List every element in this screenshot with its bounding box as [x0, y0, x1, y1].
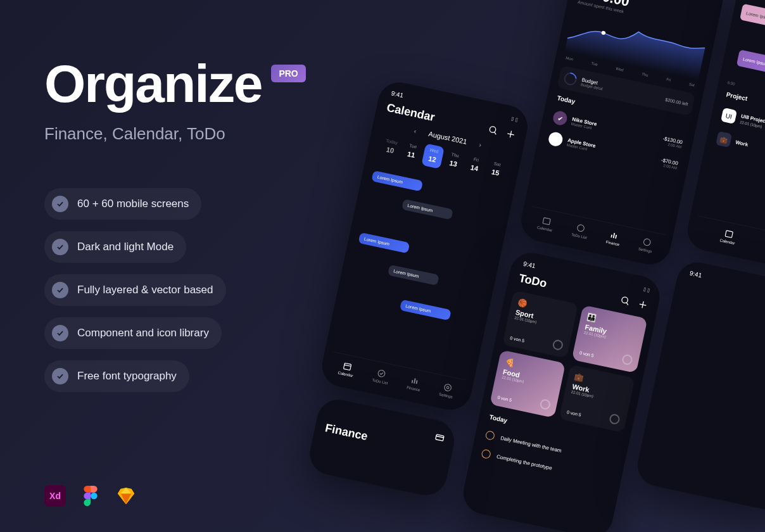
- status-time: 9:41: [522, 260, 536, 270]
- day-cell[interactable]: Sat15: [484, 157, 508, 182]
- day-cell[interactable]: Fri14: [464, 152, 487, 177]
- radio-icon: [481, 449, 491, 460]
- radio-icon: [485, 430, 496, 441]
- svg-point-11: [446, 386, 449, 389]
- project-icon: 💼: [716, 131, 732, 148]
- svg-line-2: [494, 132, 496, 134]
- tab-todo[interactable]: ToDo List: [571, 222, 590, 240]
- svg-rect-17: [543, 218, 550, 225]
- status-time: 9:41: [391, 89, 404, 99]
- gantt-block[interactable]: Lorem Ipsum: [740, 4, 765, 37]
- chart-toggle-icon[interactable]: [698, 0, 717, 5]
- progress-ring-icon: [539, 398, 551, 410]
- calendar-icon: [541, 215, 552, 226]
- feature-item: Dark and light Mode: [44, 231, 186, 263]
- tab-settings[interactable]: Settings: [439, 382, 455, 399]
- check-icon: [52, 325, 68, 341]
- feature-item: Fully layered & vector based: [44, 274, 226, 306]
- check-icon: [52, 239, 68, 255]
- tab-finance[interactable]: Finance: [605, 229, 622, 246]
- feature-label: Free font typography: [77, 370, 177, 383]
- svg-point-18: [577, 224, 585, 232]
- feature-item: Free font typography: [44, 360, 189, 392]
- event-block[interactable]: Lorem Ipsum: [358, 232, 410, 253]
- check-circle-icon: [376, 368, 387, 379]
- svg-rect-8: [412, 380, 414, 383]
- store-icon: [547, 131, 564, 148]
- event-block[interactable]: Lorem Ipsum: [401, 199, 453, 220]
- tab-calendar[interactable]: Calendar: [719, 228, 738, 246]
- svg-rect-19: [611, 234, 613, 238]
- svg-rect-23: [725, 231, 733, 238]
- search-icon[interactable]: [488, 124, 500, 136]
- page-title: Organize: [44, 57, 262, 110]
- svg-line-30: [436, 436, 444, 438]
- event-block[interactable]: Lorem Ipsum: [388, 265, 439, 286]
- gear-icon: [642, 237, 652, 248]
- svg-line-26: [626, 302, 629, 305]
- feature-list: 60 + 60 mobile screens Dark and light Mo…: [44, 188, 323, 392]
- sketch-icon: [115, 485, 137, 507]
- feature-label: Fully layered & vector based: [77, 284, 213, 296]
- todo-card[interactable]: 🍕Food22.01 (10pm)0 von 5: [490, 350, 566, 418]
- svg-point-0: [91, 493, 98, 500]
- tools-row: Xd: [44, 485, 137, 507]
- adobe-xd-icon: Xd: [44, 485, 66, 507]
- chevron-right-icon[interactable]: ›: [479, 141, 483, 148]
- feature-label: 60 + 60 mobile screens: [77, 198, 189, 210]
- check-icon: [52, 282, 68, 298]
- day-cell[interactable]: Thu13: [443, 148, 466, 173]
- plus-icon[interactable]: [637, 298, 649, 310]
- progress-ring-icon: [609, 413, 621, 425]
- check-icon: [52, 368, 68, 384]
- event-block[interactable]: Lorem Ipsum: [371, 170, 423, 191]
- status-time: 9:41: [689, 270, 702, 279]
- figma-icon: [80, 485, 101, 507]
- progress-ring-icon: [552, 339, 564, 351]
- card-icon[interactable]: [434, 432, 446, 444]
- store-icon: ✔: [552, 110, 568, 126]
- svg-point-1: [490, 125, 496, 132]
- chevron-left-icon[interactable]: ‹: [414, 127, 417, 134]
- svg-rect-9: [414, 378, 415, 383]
- project-icon: UI: [721, 108, 737, 124]
- gantt-block[interactable]: Lorem Ipsum: [737, 49, 765, 77]
- plus-icon[interactable]: [505, 128, 517, 140]
- svg-rect-20: [613, 233, 615, 238]
- svg-point-12: [444, 384, 452, 391]
- status-icons: 􀙇􀛨: [643, 286, 650, 294]
- day-cell-active[interactable]: Wed12: [421, 143, 445, 168]
- tab-settings[interactable]: Settings: [638, 236, 654, 253]
- check-icon: [52, 196, 68, 212]
- check-circle-icon: [576, 223, 586, 234]
- progress-ring-icon: [562, 70, 579, 87]
- bars-icon: [609, 230, 620, 241]
- svg-line-6: [344, 365, 350, 366]
- svg-point-7: [377, 370, 385, 377]
- calendar-icon: [342, 361, 353, 372]
- day-cell[interactable]: Tue11: [400, 139, 424, 164]
- tab-todo[interactable]: ToDo List: [372, 367, 390, 385]
- event-block[interactable]: Lorem Ipsum: [400, 300, 452, 320]
- feature-item: 60 + 60 mobile screens: [44, 188, 201, 220]
- gear-icon: [443, 383, 453, 393]
- svg-rect-10: [416, 380, 418, 384]
- svg-point-22: [643, 238, 650, 246]
- calendar-icon: [724, 229, 735, 239]
- tab-finance[interactable]: Finance: [407, 375, 423, 392]
- day-cell[interactable]: Today10: [379, 134, 403, 160]
- tab-calendar[interactable]: Calendar: [537, 215, 555, 232]
- bars-icon: [410, 376, 420, 386]
- svg-point-25: [621, 296, 628, 303]
- tab-calendar[interactable]: Calendar: [338, 360, 356, 378]
- svg-rect-21: [615, 235, 617, 239]
- feature-label: Dark and light Mode: [77, 241, 174, 253]
- status-icons: 􀙇􀛨: [511, 115, 518, 123]
- progress-ring-icon: [621, 353, 633, 365]
- phone-mockup-finance-peek: Finance: [306, 396, 458, 499]
- todo-card[interactable]: 💼Work22.01 (10pm)0 von 5: [559, 364, 635, 433]
- feature-item: Component and icon library: [44, 317, 222, 349]
- feature-label: Component and icon library: [77, 327, 209, 339]
- svg-rect-5: [343, 363, 351, 370]
- search-icon[interactable]: [619, 294, 631, 307]
